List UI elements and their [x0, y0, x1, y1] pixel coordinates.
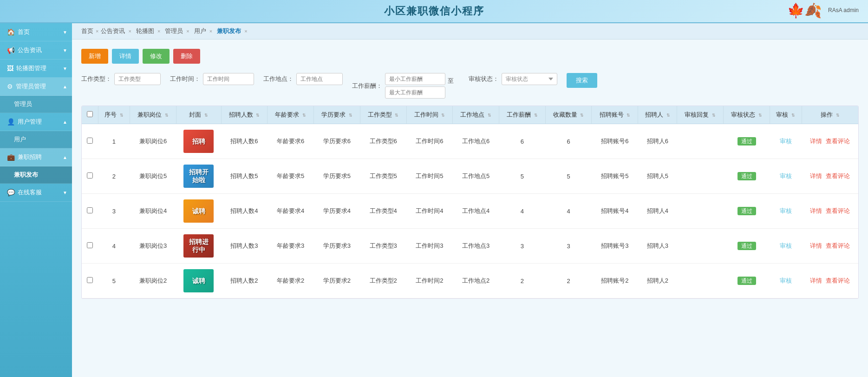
audit-link[interactable]: 审核 [780, 172, 792, 179]
job-type-label: 工作类型： [81, 75, 111, 83]
job-icon: 💼 [7, 153, 15, 161]
sidebar-item-online-service[interactable]: 💬 在线客服 ▼ [0, 184, 72, 202]
detail-link[interactable]: 详情 [810, 242, 822, 250]
breadcrumb-close-admin[interactable]: × [186, 28, 189, 34]
row-checkbox[interactable] [87, 138, 93, 144]
sort-icon: ⇅ [441, 113, 445, 118]
sidebar-item-admin-mgmt[interactable]: ⚙ 管理员管理 ▲ [0, 78, 72, 96]
delete-button[interactable]: 删除 [173, 49, 200, 64]
td-recruiter: 招聘人6 [638, 124, 677, 159]
th-audit-status[interactable]: 审核状态 ⇅ [724, 106, 770, 124]
sidebar-item-parttime[interactable]: 💼 兼职招聘 ▲ [0, 148, 72, 166]
td-recruiter: 招聘人4 [638, 194, 677, 229]
sidebar-item-job-post[interactable]: 兼职发布 [0, 166, 72, 184]
audit-link[interactable]: 审核 [780, 242, 792, 249]
th-salary[interactable]: 工作薪酬 ⇅ [499, 106, 545, 124]
th-work-time[interactable]: 工作时间 ⇅ [406, 106, 453, 124]
th-actions[interactable]: 操作 ⇅ [802, 106, 858, 124]
sidebar-item-announcement[interactable]: 📢 公告资讯 ▼ [0, 41, 72, 60]
th-age-req[interactable]: 年龄要求 ⇅ [268, 106, 314, 124]
detail-link[interactable]: 详情 [810, 277, 822, 285]
min-salary-input[interactable] [385, 73, 445, 85]
table-header-row: 序号 ⇅ 兼职岗位 ⇅ 封面 ⇅ 招聘人数 ⇅ 年龄要求 ⇅ 学历要求 ⇅ 工作… [82, 106, 858, 124]
action-group: 详情 查看评论 [805, 137, 855, 146]
sidebar-item-label: 在线客服 [18, 188, 42, 197]
sidebar-item-banner[interactable]: 🖼 轮播图管理 ▼ [0, 60, 72, 78]
th-collect[interactable]: 收藏数量 ⇅ [545, 106, 592, 124]
th-audit[interactable]: 审核 ⇅ [770, 106, 802, 124]
detail-button[interactable]: 详情 [112, 49, 139, 64]
breadcrumb-announcement[interactable]: 公告资讯 [101, 27, 125, 35]
comment-link[interactable]: 查看评论 [826, 207, 850, 215]
sidebar-item-home[interactable]: 🏠 首页 ▼ [0, 23, 72, 41]
max-salary-input[interactable] [385, 86, 445, 99]
th-recruit-count[interactable]: 招聘人数 ⇅ [221, 106, 268, 124]
work-time-input[interactable] [203, 73, 254, 85]
comment-link[interactable]: 查看评论 [826, 137, 850, 146]
comment-link[interactable]: 查看评论 [826, 242, 850, 250]
audit-status-label: 审核状态： [469, 75, 499, 83]
detail-link[interactable]: 详情 [810, 207, 822, 215]
breadcrumb-job-post[interactable]: 兼职发布 [217, 27, 241, 35]
job-type-input[interactable] [114, 73, 161, 85]
announcement-icon: 📢 [7, 46, 15, 54]
breadcrumb-admin[interactable]: 管理员 [165, 27, 183, 35]
select-all-checkbox[interactable] [87, 111, 93, 117]
new-button[interactable]: 新增 [81, 49, 108, 64]
td-recruit-account: 招聘账号3 [592, 229, 638, 264]
th-index[interactable]: 序号 ⇅ [98, 106, 130, 124]
sidebar-item-label: 管理员管理 [16, 82, 46, 91]
table-container: 序号 ⇅ 兼职岗位 ⇅ 封面 ⇅ 招聘人数 ⇅ 年龄要求 ⇅ 学历要求 ⇅ 工作… [81, 106, 859, 299]
sidebar-sub-label: 管理员 [14, 100, 32, 108]
detail-link[interactable]: 详情 [810, 137, 822, 146]
comment-link[interactable]: 查看评论 [826, 277, 850, 285]
th-job-type[interactable]: 工作类型 ⇅ [360, 106, 406, 124]
sort-icon: ⇅ [666, 113, 670, 118]
breadcrumb-close-announcement[interactable]: × [128, 28, 131, 34]
chevron-icon: ▼ [63, 30, 67, 35]
row-checkbox[interactable] [87, 172, 93, 179]
td-actions: 详情 查看评论 [802, 159, 858, 194]
breadcrumb-close-jobpost[interactable]: × [244, 28, 247, 34]
header-title: 小区兼职微信小程序 [384, 4, 484, 18]
th-recruiter[interactable]: 招聘人 ⇅ [638, 106, 677, 124]
th-recruit-account[interactable]: 招聘账号 ⇅ [592, 106, 638, 124]
filter-location: 工作地点： [263, 73, 343, 85]
detail-link[interactable]: 详情 [810, 172, 822, 180]
th-audit-reply[interactable]: 审核回复 ⇅ [677, 106, 724, 124]
content-area: 新增 详情 修改 删除 工作类型： 工作时间： 工作地点： [72, 40, 868, 377]
location-input[interactable] [296, 73, 343, 85]
breadcrumb-close-banner[interactable]: × [157, 28, 160, 34]
audit-link[interactable]: 审核 [780, 138, 792, 145]
chevron-icon: ▲ [63, 84, 67, 89]
sidebar-item-user[interactable]: 用户 [0, 131, 72, 148]
sidebar-item-admin[interactable]: 管理员 [0, 96, 72, 113]
td-audit: 审核 [770, 124, 802, 159]
search-button[interactable]: 搜索 [567, 73, 597, 88]
th-work-location[interactable]: 工作地点 ⇅ [453, 106, 499, 124]
sidebar-item-label: 轮播图管理 [16, 64, 46, 73]
td-index: 1 [98, 124, 130, 159]
td-collect: 4 [545, 194, 592, 229]
breadcrumb-user[interactable]: 用户 [194, 27, 206, 35]
breadcrumb-close-user[interactable]: × [209, 28, 212, 34]
row-checkbox[interactable] [87, 277, 93, 283]
comment-link[interactable]: 查看评论 [826, 172, 850, 180]
row-checkbox[interactable] [87, 207, 93, 213]
audit-status-select[interactable]: 审核状态 通过 拒绝 待审核 [502, 73, 557, 85]
td-age-req: 年龄要求4 [268, 194, 314, 229]
job-img-text: 招聘进行中 [183, 236, 214, 256]
th-edu-req[interactable]: 学历要求 ⇅ [314, 106, 360, 124]
td-work-location: 工作地点4 [453, 194, 499, 229]
user-icon: 👤 [7, 118, 15, 126]
modify-button[interactable]: 修改 [143, 49, 170, 64]
audit-link[interactable]: 审核 [780, 277, 792, 284]
breadcrumb-home[interactable]: 首页 [81, 27, 93, 35]
th-position[interactable]: 兼职岗位 ⇅ [130, 106, 176, 124]
breadcrumb-banner[interactable]: 轮播图 [136, 27, 154, 35]
sidebar-item-user-mgmt[interactable]: 👤 用户管理 ▲ [0, 113, 72, 131]
row-checkbox[interactable] [87, 242, 93, 248]
sort-icon: ⇅ [836, 113, 840, 118]
audit-link[interactable]: 审核 [780, 207, 792, 214]
image-icon: 🖼 [7, 65, 13, 72]
